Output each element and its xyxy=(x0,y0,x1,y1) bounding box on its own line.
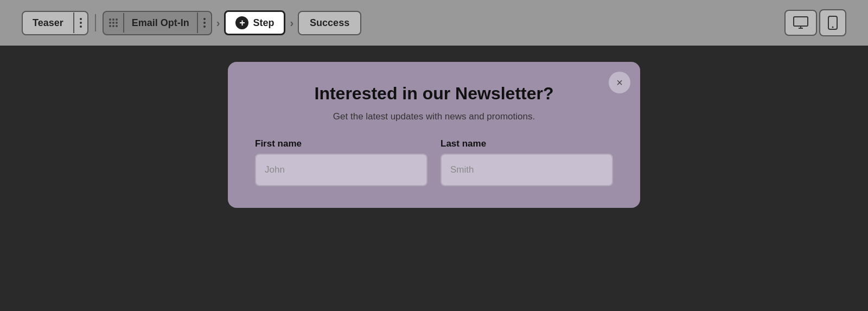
first-name-label: First name xyxy=(255,138,427,149)
svg-point-4 xyxy=(832,27,834,28)
step-success[interactable]: Success xyxy=(298,11,361,35)
canvas: × Interested in our Newsletter? Get the … xyxy=(0,46,868,311)
step-nav: Teaser Email Opt-In xyxy=(22,10,361,35)
plus-circle-icon: + xyxy=(235,16,248,29)
toolbar: Teaser Email Opt-In xyxy=(0,0,868,46)
step-teaser-menu[interactable] xyxy=(73,12,87,33)
step-teaser[interactable]: Teaser xyxy=(22,11,88,35)
last-name-input[interactable] xyxy=(441,154,613,186)
arrow-icon-2: › xyxy=(290,17,293,29)
first-name-field: First name xyxy=(255,138,427,186)
dots-icon-email xyxy=(203,18,206,28)
desktop-view-button[interactable] xyxy=(784,10,817,36)
add-step-label: Step xyxy=(253,17,274,29)
last-name-label: Last name xyxy=(441,138,613,149)
mobile-icon xyxy=(828,16,838,30)
drag-handle-icon[interactable] xyxy=(104,13,124,33)
svg-rect-0 xyxy=(794,17,808,26)
device-toggle xyxy=(784,9,846,36)
first-name-input[interactable] xyxy=(255,154,427,186)
step-divider xyxy=(95,14,96,31)
modal-title: Interested in our Newsletter? xyxy=(255,84,613,104)
desktop-icon xyxy=(793,16,808,29)
arrow-icon: › xyxy=(216,17,220,29)
modal-close-button[interactable]: × xyxy=(609,72,630,93)
close-icon: × xyxy=(616,77,623,89)
modal-popup: × Interested in our Newsletter? Get the … xyxy=(228,62,640,208)
last-name-field: Last name xyxy=(441,138,613,186)
form-fields-row: First name Last name xyxy=(255,138,613,186)
step-email-opt-in[interactable]: Email Opt-In xyxy=(103,11,212,35)
step-email-menu[interactable] xyxy=(197,12,211,33)
dots-icon xyxy=(80,18,82,28)
step-email-label: Email Opt-In xyxy=(124,12,197,34)
modal-subtitle: Get the latest updates with news and pro… xyxy=(255,111,613,122)
step-success-label: Success xyxy=(310,17,349,28)
step-teaser-label: Teaser xyxy=(23,12,73,34)
add-step-button[interactable]: + Step xyxy=(224,10,285,35)
grid-dots-icon xyxy=(109,18,118,27)
mobile-view-button[interactable] xyxy=(819,9,846,36)
